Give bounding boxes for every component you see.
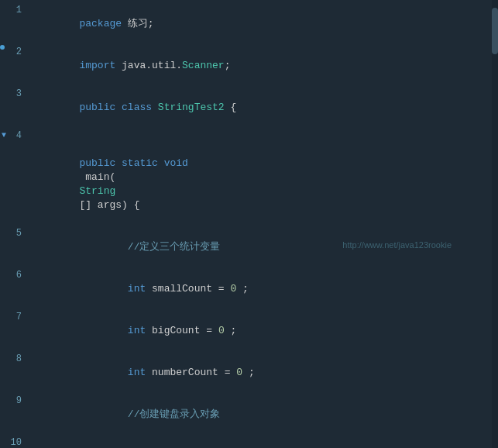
class-name: StringTest2 xyxy=(158,102,225,113)
class-name: Scanner xyxy=(182,60,225,71)
keyword: package xyxy=(79,18,122,29)
keyword: public static void xyxy=(79,157,187,169)
collapse-arrow: ▼ xyxy=(2,129,6,143)
line-content-2: import java.util.Scanner; xyxy=(28,45,495,87)
line-number-9: 9 xyxy=(5,394,28,408)
number: 0 xyxy=(236,367,242,378)
keyword: public class xyxy=(79,102,152,113)
keyword: int xyxy=(128,283,146,295)
line-content-8: int numberCount = 0 ; xyxy=(28,352,495,394)
line-10: 10 Scanner sc = new Scanner(System.in); xyxy=(0,436,498,448)
line-content-6: int smallCount = 0 ; xyxy=(28,268,495,310)
line-number-6: 6 xyxy=(5,268,28,282)
line-3: 3 public class StringTest2 { xyxy=(0,87,498,129)
line-number-7: 7 xyxy=(5,310,28,324)
line-number-4: 4 xyxy=(5,129,28,143)
line-number-3: 3 xyxy=(5,87,28,101)
keyword: import xyxy=(79,60,115,71)
line-9: 9 //创建键盘录入对象 xyxy=(0,394,498,436)
line-content-3: public class StringTest2 { xyxy=(28,87,495,129)
line-number-1: 1 xyxy=(5,3,28,17)
line-number-5: 5 xyxy=(5,226,28,240)
line-4: 4 public static void main( String [] arg… xyxy=(0,129,498,226)
class-name: String xyxy=(79,185,115,197)
code-editor: 1 package 练习; 2 import java.util.Scanner… xyxy=(0,0,498,448)
keyword: int xyxy=(128,325,146,336)
scrollbar-thumb-v[interactable] xyxy=(492,8,498,54)
line-number-2: 2 xyxy=(5,45,28,59)
vertical-scrollbar[interactable] xyxy=(492,0,498,448)
line-7: 7 int bigCount = 0 ; xyxy=(0,310,498,352)
code-lines: 1 package 练习; 2 import java.util.Scanner… xyxy=(0,0,498,448)
line-8: 8 int numberCount = 0 ; xyxy=(0,352,498,394)
line-content-7: int bigCount = 0 ; xyxy=(28,310,495,352)
line-number-8: 8 xyxy=(5,352,28,366)
keyword: int xyxy=(128,367,146,378)
line-1: 1 package 练习; xyxy=(0,3,498,45)
line-content-1: package 练习; xyxy=(28,3,495,45)
line-number-10: 10 xyxy=(5,436,28,448)
line-content-10: Scanner sc = new Scanner(System.in); xyxy=(28,436,495,448)
comment: //定义三个统计变量 xyxy=(79,241,220,253)
line-6: 6 int smallCount = 0 ; xyxy=(0,268,498,310)
line-content-4: public static void main( String [] args)… xyxy=(28,129,495,226)
number: 0 xyxy=(218,325,225,336)
line-content-9: //创建键盘录入对象 xyxy=(28,394,495,436)
line-2: 2 import java.util.Scanner; xyxy=(0,45,498,87)
comment: //创建键盘录入对象 xyxy=(79,408,220,420)
watermark-text: http://www.net/java123rookie xyxy=(342,240,452,250)
